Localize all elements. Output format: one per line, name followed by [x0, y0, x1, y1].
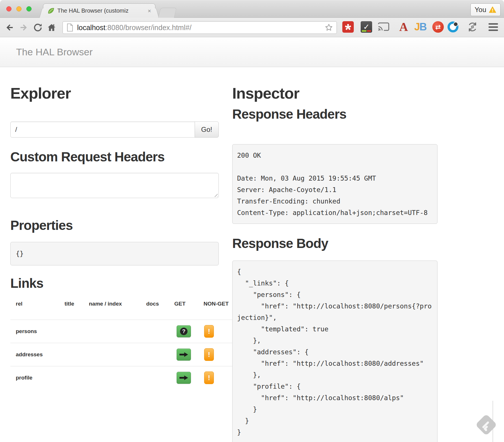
url-text: localhost:8080/browser/index.html#/ — [77, 24, 321, 32]
get-button[interactable] — [177, 349, 191, 361]
jetbrains-extension-icon[interactable]: JB — [414, 21, 427, 33]
custom-headers-wrap — [10, 173, 219, 199]
tab-close-icon[interactable]: × — [148, 8, 151, 14]
browser-toolbar: localhost:8080/browser/index.html#/ * ✓ … — [0, 18, 504, 37]
docs-cell — [146, 320, 174, 343]
site-navbar: The HAL Browser — [0, 37, 504, 67]
col-name-index: name / index — [89, 297, 146, 320]
col-title: title — [65, 297, 89, 320]
response-headers-title: Response Headers — [232, 107, 441, 121]
arrow-right-icon — [179, 375, 188, 380]
link-row-persons: persons ! — [10, 320, 236, 343]
tab-title: The HAL Browser (customiz — [57, 7, 145, 14]
col-docs: docs — [146, 297, 174, 320]
explorer-panel: Explorer Go! Custom Request Headers Prop… — [10, 67, 219, 442]
docs-cell — [146, 366, 174, 390]
custom-headers-title: Custom Request Headers — [10, 150, 219, 164]
new-tab-button[interactable] — [158, 8, 177, 18]
non-get-button[interactable]: ! — [204, 348, 214, 361]
url-bar[interactable]: localhost:8080/browser/index.html#/ — [62, 21, 337, 34]
blue-circle-extension-icon[interactable] — [447, 21, 459, 33]
title-cell — [65, 366, 89, 390]
rel-label: persons — [10, 320, 65, 343]
forward-button[interactable] — [18, 22, 29, 33]
sync-history-icon[interactable] — [466, 21, 479, 33]
checker-extension-icon[interactable]: ✓ — [360, 21, 373, 33]
link-row-addresses: addresses ! — [10, 343, 236, 366]
links-table: rel title name / index docs GET NON-GET … — [10, 297, 236, 389]
link-row-profile: profile ! — [10, 366, 236, 390]
profile-button[interactable]: You — [470, 3, 501, 16]
links-header-row: rel title name / index docs GET NON-GET — [10, 297, 236, 320]
explorer-title: Explorer — [10, 85, 219, 101]
feedly-mini-icon[interactable] — [475, 413, 498, 436]
question-icon — [180, 328, 187, 335]
reload-button[interactable] — [32, 22, 44, 33]
docs-cell — [146, 343, 174, 366]
title-cell — [65, 343, 89, 366]
menu-icon[interactable] — [487, 21, 499, 33]
address-input-group: Go! — [10, 122, 219, 138]
non-get-button[interactable]: ! — [204, 371, 214, 384]
rel-label: profile — [10, 366, 65, 390]
get-templated-button[interactable] — [177, 325, 191, 337]
arrow-right-icon — [179, 352, 188, 357]
response-body-title: Response Body — [232, 236, 441, 251]
minimize-window-button[interactable] — [16, 6, 22, 11]
back-button[interactable] — [4, 22, 15, 33]
col-non-get: NON-GET — [204, 297, 236, 320]
url-host: localhost — [77, 24, 106, 32]
active-tab[interactable]: The HAL Browser (customiz × — [43, 3, 155, 18]
inspector-panel: Inspector Response Headers 200 OK Date: … — [232, 67, 441, 442]
links-title: Links — [10, 276, 219, 290]
go-button[interactable]: Go! — [195, 122, 219, 138]
browser-window: The HAL Browser (customiz × You — [0, 0, 504, 442]
properties-value: {} — [10, 242, 219, 265]
col-rel: rel — [10, 297, 65, 320]
page-content: Explorer Go! Custom Request Headers Prop… — [0, 67, 504, 442]
name-index-cell — [89, 320, 146, 343]
profile-label: You — [475, 6, 487, 14]
get-button[interactable] — [177, 372, 191, 384]
page-icon[interactable] — [66, 23, 74, 32]
response-body-block: { "_links": { "persons": { "href": "http… — [232, 261, 437, 442]
tab-strip: The HAL Browser (customiz × You — [0, 0, 504, 18]
non-get-button[interactable]: ! — [204, 325, 214, 338]
spring-leaf-favicon — [47, 7, 55, 15]
rel-label: addresses — [10, 343, 65, 366]
col-get: GET — [174, 297, 204, 320]
name-index-cell — [89, 343, 146, 366]
title-cell — [65, 320, 89, 343]
lastpass-extension-icon[interactable]: * — [342, 21, 354, 33]
window-controls — [6, 6, 32, 11]
custom-headers-textarea[interactable] — [10, 173, 219, 198]
close-window-button[interactable] — [6, 6, 11, 11]
response-headers-block: 200 OK Date: Mon, 03 Aug 2015 19:55:45 G… — [232, 144, 437, 224]
red-a-extension-icon[interactable]: A — [397, 21, 410, 33]
brand-title: The HAL Browser — [0, 46, 93, 58]
resource-address-input[interactable] — [10, 122, 195, 138]
zoom-window-button[interactable] — [26, 6, 32, 11]
url-path: :8080/browser/index.html#/ — [106, 24, 192, 32]
home-button[interactable] — [46, 22, 57, 33]
cast-extension-icon[interactable] — [377, 21, 390, 33]
bookmark-star-icon[interactable] — [325, 23, 333, 32]
refresh-red-extension-icon[interactable]: ⇄ — [432, 21, 444, 33]
properties-title: Properties — [10, 218, 219, 232]
name-index-cell — [89, 366, 146, 390]
inspector-title: Inspector — [232, 85, 441, 101]
warning-icon — [489, 6, 496, 13]
